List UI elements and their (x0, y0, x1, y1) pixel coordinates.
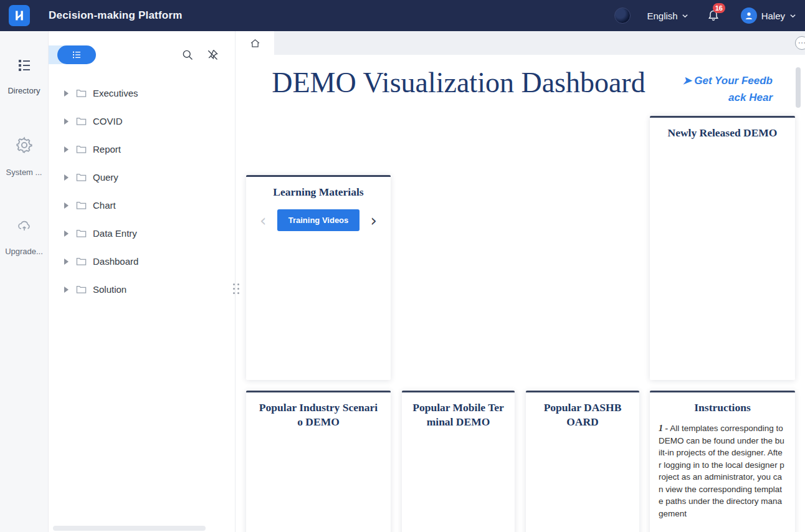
tree-item-label: Report (93, 144, 121, 154)
folder-icon (76, 229, 87, 238)
folder-icon (76, 173, 87, 182)
expand-caret-icon (64, 202, 69, 209)
tree-item-label: COVID (93, 116, 123, 126)
language-selector[interactable]: English (647, 11, 688, 21)
tree-item-label: Data Entry (93, 228, 137, 239)
user-menu[interactable]: Haley (741, 7, 796, 24)
avatar (741, 7, 757, 24)
folder-icon (76, 257, 87, 266)
folder-icon (76, 285, 87, 294)
learning-carousel: ‹ Training Videos › (246, 209, 391, 231)
list-icon (71, 50, 82, 60)
chevron-down-icon (682, 12, 688, 19)
dashboard-content: DEMO Visualization Dashboard ➤ Get Your … (236, 55, 805, 532)
pin-off-icon (206, 49, 219, 61)
expand-caret-icon (64, 118, 69, 125)
card-title: Popular DASHBOARD (541, 401, 624, 429)
rail-label-directory: Directory (7, 86, 40, 95)
expand-caret-icon (64, 174, 69, 181)
user-icon (744, 11, 754, 21)
home-icon (250, 38, 260, 49)
app-logo (9, 5, 30, 26)
card-popular-industry: Popular Industry Scenario DEMO (246, 391, 391, 532)
card-popular-mobile: Popular Mobile Terminal DEMO (402, 391, 515, 532)
tree-item-label: Dashboard (93, 256, 138, 267)
horizontal-scrollbar[interactable] (53, 526, 206, 531)
folder-icon (76, 201, 87, 210)
directory-tree: Executives COVID Report (49, 79, 235, 303)
instructions-text: 1 - All templates corresponding to DEMO … (657, 420, 786, 521)
rail-label-upgrade: Upgrade... (5, 247, 43, 256)
card-title: Popular Mobile Terminal DEMO (412, 401, 505, 429)
sidebar-resize-handle[interactable] (233, 283, 239, 294)
tree-item-label: Chart (93, 200, 116, 211)
app-title: Decision-making Platform (49, 9, 183, 22)
card-title: Instructions (650, 401, 795, 415)
expand-caret-icon (64, 146, 69, 153)
view-toggle (57, 45, 87, 64)
expand-caret-icon (64, 259, 69, 265)
rail-label-system: System ... (6, 168, 42, 177)
tab-home[interactable] (236, 31, 274, 55)
sidebar-toolbar (49, 45, 235, 64)
language-label: English (647, 11, 677, 21)
tree-item-label: Solution (93, 284, 126, 295)
tree-item-report[interactable]: Report (49, 135, 235, 163)
page-title: DEMO Visualization Dashboard (253, 66, 664, 99)
card-title: Popular Industry Scenario DEMO (258, 401, 379, 429)
tree-item-data-entry[interactable]: Data Entry (49, 219, 235, 247)
instructions-prefix: 1 - (659, 424, 668, 433)
card-popular-dashboard: Popular DASHBOARD (526, 391, 639, 532)
logo-icon (13, 9, 26, 22)
unpin-button[interactable] (206, 49, 219, 61)
tab-overflow-button[interactable]: ⋯ (795, 36, 805, 50)
directory-sidebar: Executives COVID Report (49, 31, 236, 532)
expand-caret-icon (64, 230, 69, 237)
instructions-body: All templates corresponding to DEMO can … (659, 424, 784, 518)
tab-strip: ⋯ (236, 31, 805, 55)
user-name: Haley (761, 11, 785, 21)
theme-icon[interactable] (614, 7, 631, 24)
upgrade-cloud-icon (16, 218, 33, 233)
tree-item-label: Executives (93, 88, 138, 98)
carousel-prev-icon[interactable]: ‹ (260, 212, 266, 229)
carousel-next-icon[interactable]: › (371, 212, 377, 229)
card-newly-released: Newly Released DEMO (650, 116, 795, 380)
notifications-button[interactable]: 16 (707, 9, 720, 22)
chevron-down-icon (789, 12, 796, 19)
tree-item-covid[interactable]: COVID (49, 107, 235, 135)
feedback-link[interactable]: ➤ Get Your Feedback Hear (678, 72, 773, 106)
card-title: Learning Materials (246, 185, 391, 199)
tree-item-dashboard[interactable]: Dashboard (49, 247, 235, 275)
rail-item-directory[interactable]: Directory (0, 57, 48, 95)
tree-item-query[interactable]: Query (49, 163, 235, 191)
left-icon-rail: Directory System ... Upgrade... (0, 31, 49, 532)
list-view-toggle[interactable] (57, 45, 96, 64)
gear-icon (16, 136, 33, 154)
tree-item-executives[interactable]: Executives (49, 79, 235, 107)
folder-icon (76, 116, 87, 126)
vertical-scrollbar[interactable] (796, 67, 801, 108)
training-videos-button[interactable]: Training Videos (277, 209, 360, 231)
card-instructions: Instructions 1 - All templates correspon… (650, 391, 795, 532)
top-header-bar: Decision-making Platform English 16 Hale… (0, 0, 805, 31)
directory-icon (16, 57, 32, 72)
tree-item-label: Query (93, 172, 118, 183)
expand-caret-icon (64, 90, 69, 97)
folder-icon (76, 88, 87, 98)
notification-badge: 16 (713, 3, 725, 13)
tree-item-chart[interactable]: Chart (49, 191, 235, 219)
search-button[interactable] (181, 49, 194, 61)
tree-item-solution[interactable]: Solution (49, 275, 235, 303)
card-title: Newly Released DEMO (663, 126, 783, 140)
rail-item-system[interactable]: System ... (0, 136, 48, 177)
sidebar-tools (181, 49, 226, 61)
rail-item-upgrade[interactable]: Upgrade... (0, 218, 48, 256)
expand-caret-icon (64, 287, 69, 293)
main-area: ⋯ DEMO Visualization Dashboard ➤ Get You… (236, 31, 805, 532)
search-icon (181, 49, 194, 61)
folder-icon (76, 145, 87, 154)
card-learning-materials: Learning Materials ‹ Training Videos › (246, 175, 391, 380)
